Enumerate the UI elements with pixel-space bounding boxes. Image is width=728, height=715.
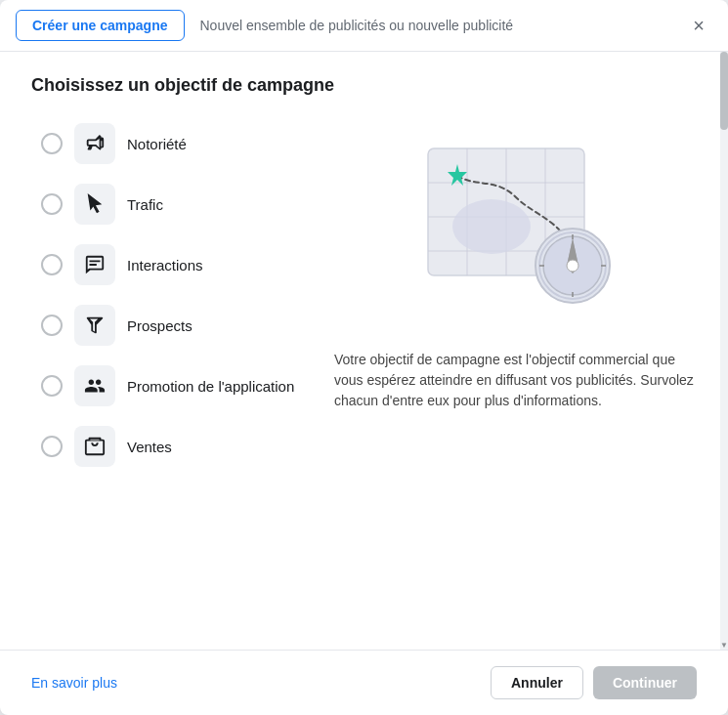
trafic-icon-box (74, 184, 115, 225)
objective-item-notoriete[interactable]: Notoriété (31, 115, 315, 172)
en-savoir-plus-link[interactable]: En savoir plus (31, 675, 117, 691)
notoriete-label: Notoriété (127, 136, 187, 152)
ventes-icon-box (74, 426, 115, 467)
svg-point-7 (452, 199, 531, 254)
scrollbar-down-arrow[interactable]: ▼ (720, 641, 728, 650)
prospects-icon-box (74, 305, 115, 346)
objectives-list: Notoriété Trafic (31, 115, 315, 650)
megaphone-icon (84, 133, 106, 154)
radio-notoriete[interactable] (41, 133, 63, 154)
notoriete-icon-box (74, 123, 115, 164)
scrollbar-track[interactable]: ▲ ▼ (720, 52, 728, 650)
interactions-icon-box (74, 244, 115, 285)
objective-item-promotion[interactable]: Promotion de l'application (31, 358, 315, 414)
radio-ventes[interactable] (41, 436, 63, 457)
objective-item-trafic[interactable]: Trafic (31, 176, 315, 232)
dialog-body: ▲ ▼ Choisissez un objectif de campagne (0, 52, 728, 650)
svg-point-11 (567, 260, 578, 272)
dialog-header: Créer une campagne Nouvel ensemble de pu… (0, 0, 728, 52)
footer-buttons: Annuler Continuer (491, 666, 697, 699)
radio-promotion[interactable] (41, 375, 63, 397)
radio-interactions[interactable] (41, 254, 63, 275)
chat-icon (84, 254, 106, 275)
creer-campagne-button[interactable]: Créer une campagne (16, 10, 185, 41)
objective-item-ventes[interactable]: Ventes (31, 418, 315, 475)
trafic-label: Trafic (127, 196, 163, 213)
radio-prospects[interactable] (41, 315, 63, 336)
promotion-label: Promotion de l'application (127, 378, 294, 395)
interactions-label: Interactions (127, 257, 203, 273)
campaign-dialog: Créer une campagne Nouvel ensemble de pu… (0, 0, 728, 715)
filter-icon (84, 315, 106, 336)
dialog-content: Choisissez un objectif de campagne Notor… (0, 52, 728, 650)
objective-item-interactions[interactable]: Interactions (31, 236, 315, 293)
section-title: Choisissez un objectif de campagne (31, 75, 697, 96)
dialog-footer: En savoir plus Annuler Continuer (0, 650, 728, 715)
right-panel: Votre objectif de campagne est l'objecti… (334, 115, 697, 650)
illustration (334, 119, 697, 334)
bag-icon (84, 436, 106, 457)
scrollbar-thumb[interactable] (720, 52, 728, 130)
people-icon (84, 375, 106, 397)
promotion-icon-box (74, 365, 115, 406)
illustration-svg (399, 129, 633, 324)
description-text: Votre objectif de campagne est l'objecti… (334, 350, 697, 411)
ventes-label: Ventes (127, 439, 172, 455)
close-button[interactable]: × (685, 12, 712, 39)
continuer-button[interactable]: Continuer (593, 666, 697, 699)
radio-trafic[interactable] (41, 193, 63, 215)
prospects-label: Prospects (127, 317, 193, 334)
objective-item-prospects[interactable]: Prospects (31, 297, 315, 354)
two-col-layout: Notoriété Trafic (31, 115, 697, 650)
annuler-button[interactable]: Annuler (491, 666, 583, 699)
header-subtitle: Nouvel ensemble de publicités ou nouvell… (200, 18, 670, 33)
cursor-icon (84, 193, 106, 215)
